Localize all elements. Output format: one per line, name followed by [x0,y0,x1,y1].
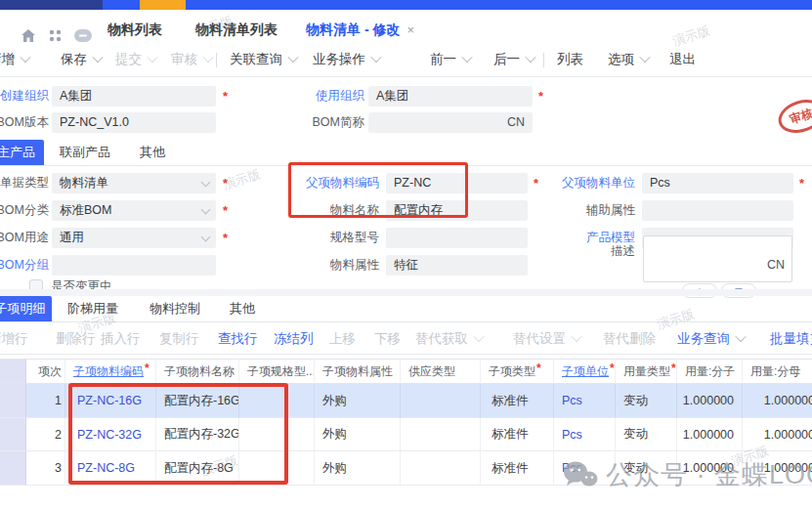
tab-other[interactable]: 其他 [126,140,179,165]
desc-textarea[interactable]: CN [643,235,792,282]
chevron-down-icon [571,330,581,341]
tab-joint-byproduct[interactable]: 联副产品 [44,140,126,165]
substitute-delete-button[interactable]: 替代删除 [603,329,656,349]
tab-material-list[interactable]: 物料列表 [107,18,162,42]
material-name-label: 物料名称 [262,200,379,221]
chevron-down-icon [92,51,103,62]
batch-fill-button[interactable]: 批量填充 [770,329,812,349]
new-button[interactable]: 新增 [0,50,29,69]
options-button[interactable]: 选项 [608,50,649,69]
unit-cell[interactable]: Pcs [554,384,616,418]
table-row[interactable]: 3 PZ-NC-8G 配置内存-8G 外购 标准件 Pcs 变动 1.00000… [0,451,812,486]
bom-use-label: BOM用途 [0,228,49,248]
bom-use-select[interactable]: 通用 [52,228,216,248]
chevron-down-icon [201,178,211,188]
chevron-down-icon [461,51,472,62]
parent-code-field[interactable]: PZ-NC [386,173,528,193]
selector-header[interactable] [0,359,26,384]
tab-bom-list[interactable]: 物料清单列表 [195,18,278,42]
child-code-cell[interactable]: PZ-NC-8G [65,451,156,486]
freeze-column-button[interactable]: 冻结列 [274,329,314,349]
spec-label: 规格型号 [262,228,379,248]
desc-label: 描述 [537,241,635,262]
create-org-label[interactable]: 创建组织 [0,86,49,106]
chevron-down-icon [370,51,381,62]
row-selector[interactable] [0,418,26,451]
material-attr-field[interactable]: 特征 [386,255,528,276]
section-gap [0,289,812,296]
tab-label: 物料清单 - 修改 [306,21,400,39]
tab-detail-other[interactable]: 其他 [216,296,269,321]
col-usage-type[interactable]: 用量类型* [616,359,677,384]
create-org-field[interactable]: A集团 [52,86,216,106]
tab-label: 物料清单列表 [195,21,278,39]
delete-row-button[interactable]: 删除行 [56,329,96,349]
tab-child-detail[interactable]: 子项明细 [0,296,52,321]
parent-unit-label[interactable]: 父项物料单位 [518,173,635,193]
doc-type-select[interactable]: 物料清单 [52,173,216,193]
col-child-type[interactable]: 子项类型* [481,359,554,384]
grid-header-row: 项次 子项物料编码* 子项物料名称 子项规格型... 子项物料属性 供应类型 子… [0,359,812,384]
col-child-attr[interactable]: 子项物料属性 [315,359,401,384]
copy-row-button[interactable]: 复制行 [159,329,199,349]
child-code-cell[interactable]: PZ-NC-32G [65,418,156,451]
chevron-down-icon [525,51,535,62]
business-query-button[interactable]: 业务查询 [677,329,745,349]
audit-button[interactable]: 审核 [171,50,212,69]
move-up-button[interactable]: 上移 [329,329,356,349]
related-query-button[interactable]: 关联查询 [230,50,297,69]
save-button[interactable]: 保存 [61,50,102,69]
col-supply-type[interactable]: 供应类型 [401,359,481,384]
table-row[interactable]: 2 PZ-NC-32G 配置内存-32G 外购 标准件 Pcs 变动 1.000… [0,418,812,451]
use-org-field[interactable]: A集团 [368,86,533,106]
parent-code-label[interactable]: 父项物料编码 [262,173,379,193]
exit-button[interactable]: 退出 [669,50,696,69]
window-tab-bar: 物料列表 物料清单列表 物料清单 - 修改 × [0,10,812,42]
row-selector[interactable] [0,451,26,486]
col-usage-num[interactable]: 用量:分子 [677,359,743,384]
bom-version-field[interactable]: PZ-NC_V1.0 [52,112,216,133]
col-child-name[interactable]: 子项物料名称 [156,359,239,384]
spec-field[interactable] [386,228,528,248]
bom-short-field[interactable]: CN [368,112,533,133]
col-child-code[interactable]: 子项物料编码* [65,359,156,384]
submit-button[interactable]: 提交 [115,50,156,69]
previous-button[interactable]: 前一 [430,50,471,69]
bom-class-select[interactable]: 标准BOM [52,200,216,221]
chevron-down-icon [639,51,650,62]
close-icon[interactable]: × [406,22,414,37]
find-row-button[interactable]: 查找行 [218,329,258,349]
list-button[interactable]: 列表 [557,50,583,69]
child-code-cell[interactable]: PZ-NC-16G [65,384,156,418]
use-org-label[interactable]: 使用组织 [267,86,364,106]
tab-material-control[interactable]: 物料控制 [134,296,216,321]
bom-group-field[interactable] [52,255,216,276]
parent-unit-field[interactable]: Pcs [642,173,793,193]
required-marker: * [799,175,804,192]
chevron-down-icon [735,330,746,341]
col-usage-den[interactable]: 用量:分母 [743,359,812,384]
row-selector[interactable] [0,384,26,418]
move-down-button[interactable]: 下移 [374,329,401,349]
business-ops-button[interactable]: 业务操作 [313,50,380,69]
unit-cell[interactable]: Pcs [554,418,616,451]
bom-group-label[interactable]: BOM分组 [0,255,49,276]
required-marker: * [223,230,228,247]
bom-class-label: BOM分类 [0,200,49,221]
substitute-set-button[interactable]: 替代设置 [513,329,580,349]
col-child-unit[interactable]: 子项单位* [554,359,616,384]
table-row[interactable]: 1 PZ-NC-16G 配置内存-16G 外购 标准件 Pcs 变动 1.000… [0,384,812,418]
col-seq[interactable]: 项次 [26,359,65,384]
tab-step-usage[interactable]: 阶梯用量 [52,296,134,321]
required-marker: * [223,88,228,106]
tab-main-product[interactable]: 主产品 [0,140,44,165]
add-row-button[interactable]: 新增行 [0,329,28,349]
substitute-get-button[interactable]: 替代获取 [415,329,483,349]
next-button[interactable]: 后一 [493,50,534,69]
insert-row-button[interactable]: 插入行 [101,329,141,349]
unit-cell[interactable]: Pcs [554,451,616,486]
col-child-spec[interactable]: 子项规格型... [239,359,315,384]
tab-bom-edit-active[interactable]: 物料清单 - 修改 × [306,18,414,42]
aux-attr-field[interactable] [642,200,793,221]
material-name-field[interactable]: 配置内存 [386,200,528,221]
